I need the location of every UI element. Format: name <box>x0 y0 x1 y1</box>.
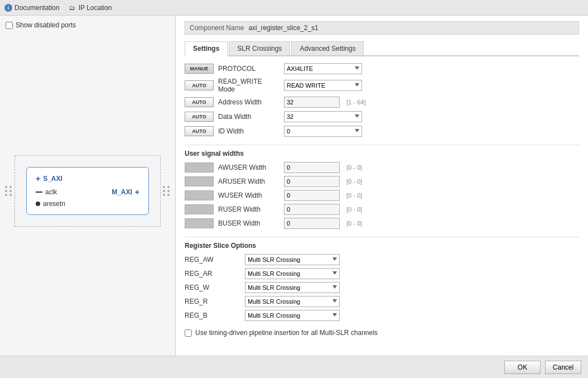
user-signal-range: [0 - 0] <box>346 164 362 171</box>
data-width-row: AUTO Data Width 32 64 128 <box>185 111 579 122</box>
tabs: Settings SLR Crossings Advanced Settings <box>185 41 579 56</box>
component-name-row: Component Name axi_register_slice_2_s1 <box>185 21 579 35</box>
component-name-label: Component Name <box>190 24 244 32</box>
user-signal-row: RUSER Width [0 - 0] <box>185 204 579 215</box>
reg-row: REG_AW Multi SLR Crossing Light Weight F… <box>185 254 579 265</box>
aresetn-dot-icon <box>36 202 40 206</box>
user-signal-range: [0 - 0] <box>346 178 362 185</box>
user-signal-label: AWUSER Width <box>218 164 279 171</box>
diagram-wrapper: + S_AXI aclk M_AXI + <box>15 155 161 227</box>
aresetn-label: aresetn <box>43 200 65 208</box>
reg-row: REG_B Multi SLR Crossing Light Weight Fu… <box>185 310 579 321</box>
reg-row: REG_W Multi SLR Crossing Light Weight Fu… <box>185 282 579 293</box>
reg-row-select[interactable]: Multi SLR Crossing Light Weight Full Off <box>245 282 340 293</box>
protocol-label: PROTOCOL <box>218 65 279 73</box>
reg-row-label: REG_B <box>185 312 240 319</box>
protocol-mode-btn[interactable]: MANUE <box>185 64 214 74</box>
tab-settings[interactable]: Settings <box>185 41 228 56</box>
show-disabled-ports-label: Show disabled ports <box>16 21 76 29</box>
main-layout: Show disabled ports + S_AXI <box>0 16 588 356</box>
m-axi-label: M_AXI <box>112 188 132 196</box>
component-block: + S_AXI aclk M_AXI + <box>26 167 149 215</box>
reg-row: REG_R Multi SLR Crossing Light Weight Fu… <box>185 296 579 307</box>
user-signal-input[interactable] <box>284 176 340 187</box>
right-panel: Component Name axi_register_slice_2_s1 S… <box>176 16 588 356</box>
address-width-mode-btn[interactable]: AUTO <box>185 97 214 107</box>
user-signal-widths-title: User signal widths <box>185 145 579 157</box>
user-signal-input[interactable] <box>284 218 340 229</box>
address-width-label: Address Width <box>218 98 279 106</box>
info-icon: i <box>4 4 12 12</box>
data-width-select[interactable]: 32 64 128 <box>284 111 362 122</box>
address-width-row: AUTO Address Width [1 - 64] <box>185 97 579 108</box>
reg-row-label: REG_AW <box>185 256 240 264</box>
read-write-mode-btn[interactable]: AUTO <box>185 80 214 90</box>
id-width-row: AUTO ID Width 0 1 2 <box>185 126 579 137</box>
toolbar: i Documentation 🗂 IP Location <box>0 0 588 16</box>
minus-icon <box>36 192 42 193</box>
aresetn-row: aresetn <box>36 200 139 208</box>
timing-checkbox[interactable] <box>185 329 192 337</box>
reg-slice-section: REG_AW Multi SLR Crossing Light Weight F… <box>185 254 579 321</box>
component-name-value: axi_register_slice_2_s1 <box>248 24 318 32</box>
diagram-area: + S_AXI aclk M_AXI + <box>6 35 170 347</box>
user-signal-range: [0 - 0] <box>346 220 362 227</box>
tab-slr-crossings[interactable]: SLR Crossings <box>229 41 290 55</box>
left-panel: Show disabled ports + S_AXI <box>0 16 176 356</box>
user-signals-section: AWUSER Width [0 - 0] ARUSER Width [0 - 0… <box>185 162 579 229</box>
protocol-row: MANUE PROTOCOL AXI4LITE AXI4 AXI3 <box>185 63 579 74</box>
read-write-mode-select[interactable]: READ WRITE READ ONLY WRITE ONLY <box>284 80 362 91</box>
user-signal-label: BUSER Width <box>218 219 279 227</box>
id-width-select[interactable]: 0 1 2 <box>284 126 362 137</box>
user-signal-badge <box>185 162 214 173</box>
aclk-row: aclk M_AXI + <box>36 188 139 197</box>
ip-location-label: IP Location <box>79 4 112 12</box>
reg-row-label: REG_W <box>185 284 240 291</box>
s-axi-label: S_AXI <box>43 175 62 183</box>
reg-row: REG_AR Multi SLR Crossing Light Weight F… <box>185 268 579 279</box>
user-signal-input[interactable] <box>284 190 340 201</box>
timing-checkbox-row: Use timing-driven pipeline insertion for… <box>185 329 579 337</box>
protocol-select[interactable]: AXI4LITE AXI4 AXI3 <box>284 63 362 74</box>
location-icon: 🗂 <box>69 4 76 12</box>
reg-row-select[interactable]: Multi SLR Crossing Light Weight Full Off <box>245 254 340 265</box>
bottom-bar: OK Cancel <box>0 356 588 378</box>
user-signal-row: WUSER Width [0 - 0] <box>185 190 579 201</box>
user-signal-label: ARUSER Width <box>218 178 279 185</box>
cancel-button[interactable]: Cancel <box>545 361 581 374</box>
user-signal-label: RUSER Width <box>218 205 279 213</box>
user-signal-badge <box>185 204 214 214</box>
read-write-mode-label: READ_WRITE Mode <box>218 78 279 93</box>
ok-button[interactable]: OK <box>504 361 541 374</box>
reg-row-select[interactable]: Multi SLR Crossing Light Weight Full Off <box>245 296 340 307</box>
show-disabled-ports-checkbox[interactable] <box>6 22 13 29</box>
right-drag-handle[interactable] <box>163 186 170 196</box>
settings-section: MANUE PROTOCOL AXI4LITE AXI4 AXI3 AUTO R… <box>185 63 579 137</box>
address-width-input[interactable] <box>284 97 340 108</box>
m-axi-plus-icon: + <box>135 188 139 197</box>
left-drag-handle[interactable] <box>5 186 12 196</box>
user-signal-row: BUSER Width [0 - 0] <box>185 218 579 229</box>
reg-row-select[interactable]: Multi SLR Crossing Light Weight Full Off <box>245 268 340 279</box>
user-signal-label: WUSER Width <box>218 192 279 199</box>
m-axi-row: M_AXI + <box>112 188 139 197</box>
documentation-link[interactable]: i Documentation <box>4 4 60 12</box>
reg-row-select[interactable]: Multi SLR Crossing Light Weight Full Off <box>245 310 340 321</box>
user-signal-row: AWUSER Width [0 - 0] <box>185 162 579 173</box>
documentation-label: Documentation <box>15 4 60 12</box>
user-signal-input[interactable] <box>284 162 340 173</box>
data-width-mode-btn[interactable]: AUTO <box>185 112 214 122</box>
show-disabled-ports-row: Show disabled ports <box>6 21 170 29</box>
reg-row-label: REG_AR <box>185 270 240 277</box>
user-signal-range: [0 - 0] <box>346 206 362 213</box>
s-axi-row: + S_AXI <box>36 174 139 183</box>
user-signal-input[interactable] <box>284 204 340 215</box>
id-width-mode-btn[interactable]: AUTO <box>185 126 214 136</box>
reg-row-label: REG_R <box>185 298 240 305</box>
ip-location-link[interactable]: 🗂 IP Location <box>69 4 112 12</box>
tab-advanced-settings[interactable]: Advanced Settings <box>291 41 364 55</box>
reg-slice-title: Register Slice Options <box>185 237 579 250</box>
user-signal-badge <box>185 218 214 228</box>
user-signal-range: [0 - 0] <box>346 192 362 199</box>
user-signal-row: ARUSER Width [0 - 0] <box>185 176 579 187</box>
